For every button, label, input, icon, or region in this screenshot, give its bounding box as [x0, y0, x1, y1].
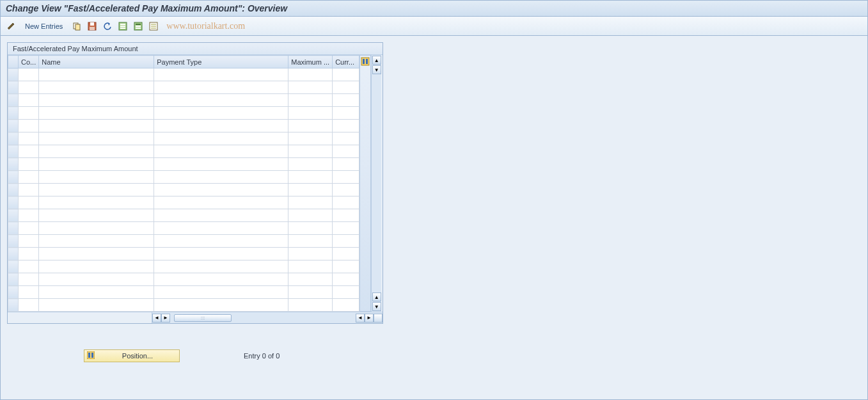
row-selector[interactable]: [8, 94, 19, 107]
cell-co[interactable]: [19, 222, 39, 235]
cell-co[interactable]: [19, 107, 39, 120]
cell-name[interactable]: [39, 184, 154, 196]
table-row[interactable]: [8, 222, 359, 235]
table-row[interactable]: [8, 132, 359, 145]
row-selector[interactable]: [8, 132, 19, 145]
cell-name[interactable]: [39, 235, 154, 248]
row-selector[interactable]: [8, 248, 19, 260]
cell-payment_type[interactable]: [154, 260, 288, 273]
cell-co[interactable]: [19, 132, 39, 145]
table-row[interactable]: [8, 171, 359, 184]
table-row[interactable]: [8, 248, 359, 260]
cell-maximum[interactable]: [288, 184, 333, 196]
select-all-icon[interactable]: [116, 20, 129, 33]
cell-name[interactable]: [39, 107, 154, 120]
row-selector-header[interactable]: [8, 56, 19, 68]
cell-co[interactable]: [19, 260, 39, 273]
undo-icon[interactable]: [101, 20, 114, 33]
cell-payment_type[interactable]: [154, 299, 288, 312]
row-selector[interactable]: [8, 145, 19, 158]
cell-payment_type[interactable]: [154, 286, 288, 299]
scroll-left-icon[interactable]: ◄: [152, 314, 161, 323]
change-display-icon[interactable]: [4, 20, 17, 33]
cell-name[interactable]: [39, 209, 154, 222]
table-row[interactable]: [8, 81, 359, 94]
scroll-up-icon[interactable]: ▲: [372, 56, 381, 65]
cell-name[interactable]: [39, 120, 154, 132]
cell-maximum[interactable]: [288, 158, 333, 171]
cell-payment_type[interactable]: [154, 68, 288, 81]
cell-co[interactable]: [19, 120, 39, 132]
cell-currency[interactable]: [333, 120, 359, 132]
row-selector[interactable]: [8, 171, 19, 184]
cell-co[interactable]: [19, 171, 39, 184]
cell-maximum[interactable]: [288, 145, 333, 158]
cell-currency[interactable]: [333, 209, 359, 222]
col-header-payment-type[interactable]: Payment Type: [154, 56, 288, 68]
cell-maximum[interactable]: [288, 222, 333, 235]
save-icon[interactable]: [86, 20, 99, 33]
cell-name[interactable]: [39, 222, 154, 235]
cell-name[interactable]: [39, 68, 154, 81]
cell-name[interactable]: [39, 145, 154, 158]
cell-maximum[interactable]: [288, 286, 333, 299]
horizontal-scrollbar[interactable]: ◄ ► ::: ◄ ►: [8, 312, 383, 323]
cell-co[interactable]: [19, 196, 39, 209]
row-selector[interactable]: [8, 120, 19, 132]
row-selector[interactable]: [8, 184, 19, 196]
cell-maximum[interactable]: [288, 81, 333, 94]
cell-currency[interactable]: [333, 184, 359, 196]
cell-currency[interactable]: [333, 158, 359, 171]
table-row[interactable]: [8, 209, 359, 222]
scroll-right-step-icon[interactable]: ►: [161, 314, 170, 323]
cell-maximum[interactable]: [288, 209, 333, 222]
table-row[interactable]: [8, 299, 359, 312]
cell-name[interactable]: [39, 248, 154, 260]
table-row[interactable]: [8, 68, 359, 81]
cell-payment_type[interactable]: [154, 81, 288, 94]
copy-icon[interactable]: [70, 20, 83, 33]
cell-name[interactable]: [39, 81, 154, 94]
cell-name[interactable]: [39, 299, 154, 312]
table-row[interactable]: [8, 196, 359, 209]
cell-currency[interactable]: [333, 235, 359, 248]
cell-co[interactable]: [19, 145, 39, 158]
cell-co[interactable]: [19, 68, 39, 81]
cell-co[interactable]: [19, 235, 39, 248]
cell-payment_type[interactable]: [154, 273, 288, 286]
cell-payment_type[interactable]: [154, 132, 288, 145]
cell-co[interactable]: [19, 81, 39, 94]
scroll-thumb[interactable]: :::: [174, 314, 232, 322]
cell-name[interactable]: [39, 196, 154, 209]
cell-maximum[interactable]: [288, 68, 333, 81]
cell-name[interactable]: [39, 171, 154, 184]
cell-maximum[interactable]: [288, 273, 333, 286]
cell-currency[interactable]: [333, 273, 359, 286]
table-row[interactable]: [8, 184, 359, 196]
row-selector[interactable]: [8, 158, 19, 171]
cell-currency[interactable]: [333, 248, 359, 260]
cell-maximum[interactable]: [288, 299, 333, 312]
cell-currency[interactable]: [333, 81, 359, 94]
cell-currency[interactable]: [333, 286, 359, 299]
cell-currency[interactable]: [333, 222, 359, 235]
cell-payment_type[interactable]: [154, 94, 288, 107]
cell-payment_type[interactable]: [154, 171, 288, 184]
row-selector[interactable]: [8, 286, 19, 299]
row-selector[interactable]: [8, 68, 19, 81]
select-block-icon[interactable]: [132, 20, 145, 33]
table-row[interactable]: [8, 158, 359, 171]
cell-payment_type[interactable]: [154, 120, 288, 132]
scroll-left-step-icon[interactable]: ◄: [356, 314, 365, 323]
row-selector[interactable]: [8, 222, 19, 235]
cell-name[interactable]: [39, 158, 154, 171]
cell-currency[interactable]: [333, 132, 359, 145]
row-selector[interactable]: [8, 209, 19, 222]
cell-payment_type[interactable]: [154, 209, 288, 222]
row-selector[interactable]: [8, 196, 19, 209]
table-row[interactable]: [8, 286, 359, 299]
cell-maximum[interactable]: [288, 248, 333, 260]
cell-maximum[interactable]: [288, 120, 333, 132]
cell-payment_type[interactable]: [154, 184, 288, 196]
table-row[interactable]: [8, 94, 359, 107]
